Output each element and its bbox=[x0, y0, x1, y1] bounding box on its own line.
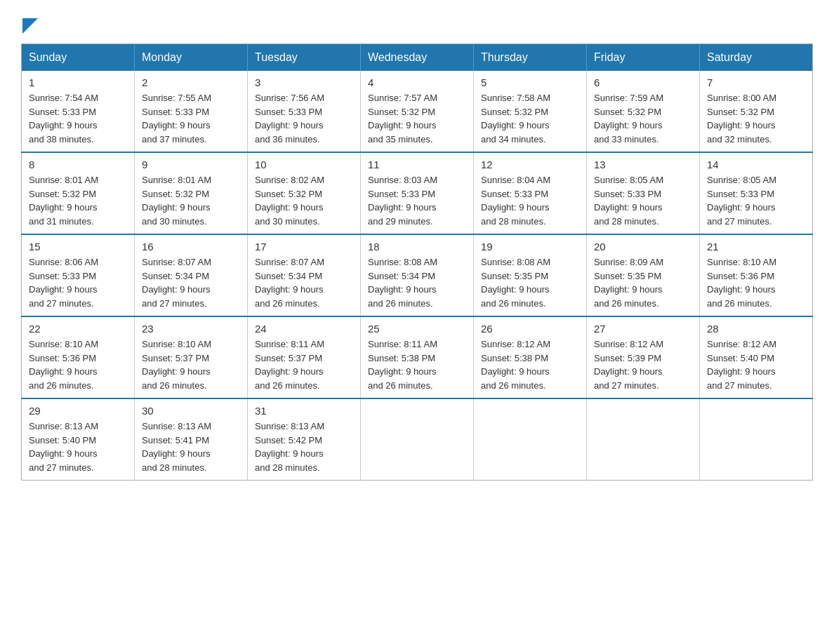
calendar-cell: 15 Sunrise: 8:06 AM Sunset: 5:33 PM Dayl… bbox=[22, 234, 135, 316]
calendar-cell: 29 Sunrise: 8:13 AM Sunset: 5:40 PM Dayl… bbox=[22, 398, 135, 481]
calendar-cell: 1 Sunrise: 7:54 AM Sunset: 5:33 PM Dayli… bbox=[22, 71, 135, 152]
calendar-cell: 19 Sunrise: 8:08 AM Sunset: 5:35 PM Dayl… bbox=[474, 234, 587, 316]
day-info: Sunrise: 8:01 AM Sunset: 5:32 PM Dayligh… bbox=[29, 173, 127, 228]
calendar-cell bbox=[587, 398, 700, 481]
day-info: Sunrise: 8:12 AM Sunset: 5:40 PM Dayligh… bbox=[707, 337, 805, 392]
calendar-cell: 28 Sunrise: 8:12 AM Sunset: 5:40 PM Dayl… bbox=[700, 316, 813, 398]
day-number: 14 bbox=[707, 159, 805, 170]
day-info: Sunrise: 8:10 AM Sunset: 5:37 PM Dayligh… bbox=[142, 337, 240, 392]
day-number: 8 bbox=[29, 159, 127, 170]
calendar-week-row: 1 Sunrise: 7:54 AM Sunset: 5:33 PM Dayli… bbox=[22, 71, 813, 152]
calendar-cell: 8 Sunrise: 8:01 AM Sunset: 5:32 PM Dayli… bbox=[22, 152, 135, 234]
weekday-header-thursday: Thursday bbox=[474, 44, 587, 72]
day-number: 28 bbox=[707, 323, 805, 335]
day-number: 23 bbox=[142, 323, 240, 335]
calendar-cell: 3 Sunrise: 7:56 AM Sunset: 5:33 PM Dayli… bbox=[248, 71, 361, 152]
calendar-cell: 21 Sunrise: 8:10 AM Sunset: 5:36 PM Dayl… bbox=[700, 234, 813, 316]
day-info: Sunrise: 8:11 AM Sunset: 5:37 PM Dayligh… bbox=[255, 337, 353, 392]
day-info: Sunrise: 8:13 AM Sunset: 5:41 PM Dayligh… bbox=[142, 420, 240, 474]
calendar-cell: 12 Sunrise: 8:04 AM Sunset: 5:33 PM Dayl… bbox=[474, 152, 587, 234]
day-number: 1 bbox=[29, 76, 127, 88]
day-number: 9 bbox=[142, 159, 240, 170]
calendar-cell bbox=[700, 398, 813, 481]
calendar-cell: 9 Sunrise: 8:01 AM Sunset: 5:32 PM Dayli… bbox=[135, 152, 248, 234]
day-info: Sunrise: 8:13 AM Sunset: 5:40 PM Dayligh… bbox=[29, 420, 127, 474]
calendar-cell: 2 Sunrise: 7:55 AM Sunset: 5:33 PM Dayli… bbox=[135, 71, 248, 152]
day-number: 27 bbox=[594, 323, 692, 335]
calendar-cell: 24 Sunrise: 8:11 AM Sunset: 5:37 PM Dayl… bbox=[248, 316, 361, 398]
calendar-header-row: SundayMondayTuesdayWednesdayThursdayFrid… bbox=[22, 44, 813, 72]
weekday-header-tuesday: Tuesday bbox=[248, 44, 361, 72]
day-number: 26 bbox=[481, 323, 579, 335]
day-info: Sunrise: 8:07 AM Sunset: 5:34 PM Dayligh… bbox=[142, 255, 240, 310]
day-number: 13 bbox=[594, 159, 692, 170]
day-number: 2 bbox=[142, 76, 240, 88]
day-info: Sunrise: 8:07 AM Sunset: 5:34 PM Dayligh… bbox=[255, 255, 353, 310]
logo-arrow-icon bbox=[22, 18, 38, 34]
day-number: 16 bbox=[142, 241, 240, 253]
calendar-cell: 10 Sunrise: 8:02 AM Sunset: 5:32 PM Dayl… bbox=[248, 152, 361, 234]
day-number: 15 bbox=[29, 241, 127, 253]
calendar-cell: 30 Sunrise: 8:13 AM Sunset: 5:41 PM Dayl… bbox=[135, 398, 248, 481]
day-number: 20 bbox=[594, 241, 692, 253]
day-number: 30 bbox=[142, 405, 240, 417]
calendar-cell: 17 Sunrise: 8:07 AM Sunset: 5:34 PM Dayl… bbox=[248, 234, 361, 316]
day-number: 12 bbox=[481, 159, 579, 170]
day-info: Sunrise: 8:08 AM Sunset: 5:34 PM Dayligh… bbox=[368, 255, 466, 310]
day-info: Sunrise: 8:03 AM Sunset: 5:33 PM Dayligh… bbox=[368, 173, 466, 228]
weekday-header-monday: Monday bbox=[135, 44, 248, 72]
calendar-cell: 6 Sunrise: 7:59 AM Sunset: 5:32 PM Dayli… bbox=[587, 71, 700, 152]
day-info: Sunrise: 8:12 AM Sunset: 5:38 PM Dayligh… bbox=[481, 337, 579, 392]
calendar-cell: 7 Sunrise: 8:00 AM Sunset: 5:32 PM Dayli… bbox=[700, 71, 813, 152]
weekday-header-sunday: Sunday bbox=[22, 44, 135, 72]
day-info: Sunrise: 8:11 AM Sunset: 5:38 PM Dayligh… bbox=[368, 337, 466, 392]
day-number: 25 bbox=[368, 323, 466, 335]
calendar-cell: 27 Sunrise: 8:12 AM Sunset: 5:39 PM Dayl… bbox=[587, 316, 700, 398]
calendar-cell: 5 Sunrise: 7:58 AM Sunset: 5:32 PM Dayli… bbox=[474, 71, 587, 152]
day-info: Sunrise: 8:09 AM Sunset: 5:35 PM Dayligh… bbox=[594, 255, 692, 310]
calendar-week-row: 8 Sunrise: 8:01 AM Sunset: 5:32 PM Dayli… bbox=[22, 152, 813, 234]
calendar-cell: 25 Sunrise: 8:11 AM Sunset: 5:38 PM Dayl… bbox=[361, 316, 474, 398]
day-info: Sunrise: 7:55 AM Sunset: 5:33 PM Dayligh… bbox=[142, 91, 240, 146]
calendar-cell bbox=[474, 398, 587, 481]
calendar-week-row: 22 Sunrise: 8:10 AM Sunset: 5:36 PM Dayl… bbox=[22, 316, 813, 398]
day-number: 31 bbox=[255, 405, 353, 417]
calendar-cell: 23 Sunrise: 8:10 AM Sunset: 5:37 PM Dayl… bbox=[135, 316, 248, 398]
day-info: Sunrise: 8:05 AM Sunset: 5:33 PM Dayligh… bbox=[594, 173, 692, 228]
day-info: Sunrise: 8:04 AM Sunset: 5:33 PM Dayligh… bbox=[481, 173, 579, 228]
calendar-cell: 22 Sunrise: 8:10 AM Sunset: 5:36 PM Dayl… bbox=[22, 316, 135, 398]
day-number: 11 bbox=[368, 159, 466, 170]
calendar-cell: 16 Sunrise: 8:07 AM Sunset: 5:34 PM Dayl… bbox=[135, 234, 248, 316]
calendar-table: SundayMondayTuesdayWednesdayThursdayFrid… bbox=[21, 43, 813, 481]
calendar-cell: 20 Sunrise: 8:09 AM Sunset: 5:35 PM Dayl… bbox=[587, 234, 700, 316]
weekday-header-friday: Friday bbox=[587, 44, 700, 72]
calendar-cell: 11 Sunrise: 8:03 AM Sunset: 5:33 PM Dayl… bbox=[361, 152, 474, 234]
day-number: 17 bbox=[255, 241, 353, 253]
day-info: Sunrise: 8:10 AM Sunset: 5:36 PM Dayligh… bbox=[707, 255, 805, 310]
calendar-cell: 26 Sunrise: 8:12 AM Sunset: 5:38 PM Dayl… bbox=[474, 316, 587, 398]
svg-marker-0 bbox=[22, 18, 38, 34]
day-number: 24 bbox=[255, 323, 353, 335]
calendar-cell: 31 Sunrise: 8:13 AM Sunset: 5:42 PM Dayl… bbox=[248, 398, 361, 481]
calendar-cell: 18 Sunrise: 8:08 AM Sunset: 5:34 PM Dayl… bbox=[361, 234, 474, 316]
day-info: Sunrise: 8:10 AM Sunset: 5:36 PM Dayligh… bbox=[29, 337, 127, 392]
day-info: Sunrise: 7:54 AM Sunset: 5:33 PM Dayligh… bbox=[29, 91, 127, 146]
day-number: 4 bbox=[368, 76, 466, 88]
logo bbox=[21, 21, 38, 29]
day-number: 10 bbox=[255, 159, 353, 170]
day-info: Sunrise: 8:00 AM Sunset: 5:32 PM Dayligh… bbox=[707, 91, 805, 146]
day-info: Sunrise: 8:01 AM Sunset: 5:32 PM Dayligh… bbox=[142, 173, 240, 228]
day-number: 5 bbox=[481, 76, 579, 88]
calendar-cell: 13 Sunrise: 8:05 AM Sunset: 5:33 PM Dayl… bbox=[587, 152, 700, 234]
day-number: 29 bbox=[29, 405, 127, 417]
day-info: Sunrise: 7:56 AM Sunset: 5:33 PM Dayligh… bbox=[255, 91, 353, 146]
calendar-week-row: 29 Sunrise: 8:13 AM Sunset: 5:40 PM Dayl… bbox=[22, 398, 813, 481]
day-number: 21 bbox=[707, 241, 805, 253]
day-number: 3 bbox=[255, 76, 353, 88]
day-info: Sunrise: 7:57 AM Sunset: 5:32 PM Dayligh… bbox=[368, 91, 466, 146]
calendar-cell: 14 Sunrise: 8:05 AM Sunset: 5:33 PM Dayl… bbox=[700, 152, 813, 234]
calendar-cell: 4 Sunrise: 7:57 AM Sunset: 5:32 PM Dayli… bbox=[361, 71, 474, 152]
day-number: 22 bbox=[29, 323, 127, 335]
weekday-header-wednesday: Wednesday bbox=[361, 44, 474, 72]
day-number: 7 bbox=[707, 76, 805, 88]
